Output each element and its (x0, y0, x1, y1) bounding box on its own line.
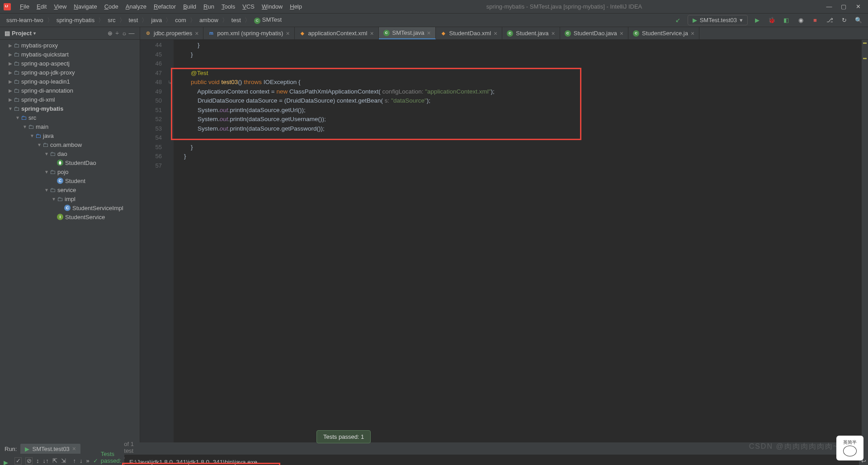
close-tab-icon[interactable]: × (494, 30, 497, 37)
maximize-button[interactable]: ▢ (837, 2, 850, 11)
tree-item[interactable]: ▶🗀spring-di-xml (0, 95, 140, 104)
editor-tab[interactable]: ◆applicationContext.xml× (295, 27, 379, 39)
close-tab-icon[interactable]: × (370, 30, 373, 37)
tree-item[interactable]: ▼🗀impl (0, 194, 140, 203)
avatar-widget: 英简半 (836, 436, 863, 460)
close-tab-icon[interactable]: × (691, 30, 694, 37)
tree-item[interactable]: ▶🗀spring-aop-leadin1 (0, 77, 140, 86)
close-tab-icon[interactable]: × (427, 29, 430, 37)
show-ignored-icon[interactable]: ⊘ (25, 457, 33, 465)
editor-tab[interactable]: CStudent.java× (502, 27, 560, 39)
editor-tab[interactable]: mpom.xml (spring-mybatis)× (203, 27, 294, 39)
tree-item[interactable]: ▼🗀main (0, 122, 140, 131)
tree-item[interactable]: CStudent (0, 176, 140, 185)
test-result-tooltip: Tests passed: 1 (316, 430, 371, 443)
menu-run[interactable]: Run (200, 1, 218, 12)
menu-vcs[interactable]: VCS (239, 1, 258, 12)
editor-scrollbar[interactable] (862, 40, 868, 442)
crumb-spring-mybatis[interactable]: spring-mybatis (55, 16, 97, 24)
tree-item[interactable]: IStudentService (0, 212, 140, 221)
code-editor[interactable]: } } @Test public void test03() throws IO… (174, 40, 862, 442)
expand-all-icon[interactable]: ÷ (113, 30, 121, 37)
editor-tab[interactable]: CStudentService.ja× (628, 27, 699, 39)
build-icon[interactable]: ↙ (673, 15, 683, 25)
tree-item[interactable]: ▼🗀service (0, 185, 140, 194)
coverage-button[interactable]: ◧ (781, 15, 791, 25)
menu-navigate[interactable]: Navigate (70, 1, 100, 12)
stop-button[interactable]: ■ (810, 15, 820, 25)
console-output[interactable]: E:\Java\jdk1.8.0_341\jdk1.8.0_341\bin\ja… (125, 455, 859, 465)
crumb-test[interactable]: test (230, 16, 243, 24)
profile-button[interactable]: ◉ (796, 15, 806, 25)
menu-help[interactable]: Help (286, 1, 306, 12)
editor-tab[interactable]: CSMTest.java× (379, 27, 436, 39)
export-icon[interactable]: » (86, 457, 90, 465)
close-button[interactable]: ✕ (852, 2, 864, 11)
tree-item[interactable]: ▶🗀spring-di-annotation (0, 86, 140, 95)
tree-item[interactable]: ▼🗀spring-mybatis (0, 104, 140, 113)
test-tree: ✓ ⊘ ↕ ↓↑ ⇱ ⇲ ↑ ↓ » ✓ Tests passed: 1 of … (12, 455, 125, 465)
editor-tab[interactable]: ◆StudentDao.xml× (436, 27, 503, 39)
editor-area: ⚙jdbc.properties×mpom.xml (spring-mybati… (140, 27, 868, 442)
tree-item[interactable]: ▼🗀java (0, 131, 140, 140)
menu-code[interactable]: Code (101, 1, 122, 12)
close-tab-icon[interactable]: × (552, 30, 555, 37)
crumb-test[interactable]: test (127, 16, 140, 24)
sort2-icon[interactable]: ↓↑ (43, 457, 49, 465)
run-label: Run: (5, 446, 17, 452)
tree-item[interactable]: ⬮StudentDao (0, 158, 140, 167)
close-tab-icon[interactable]: × (286, 30, 289, 37)
tree-item[interactable]: ▼🗀src (0, 113, 140, 122)
run-tab[interactable]: ▶ SMTest.test03 × (20, 444, 80, 454)
project-tree[interactable]: ▶🗀mybatis-proxy▶🗀mybatis-quickstart▶🗀spr… (0, 40, 140, 442)
tree-item[interactable]: ▶🗀mybatis-quickstart (0, 50, 140, 59)
tree-item[interactable]: ▶🗀mybatis-proxy (0, 41, 140, 50)
crumb-ssm-learn-two[interactable]: ssm-learn-two (5, 16, 45, 24)
crumb-src[interactable]: src (106, 16, 117, 24)
crumb-ambow[interactable]: ambow (198, 16, 220, 24)
debug-button[interactable]: 🐞 (767, 15, 777, 25)
select-opened-file-icon[interactable]: ⊕ (106, 30, 113, 37)
menu-view[interactable]: View (50, 1, 70, 12)
next-icon[interactable]: ↓ (80, 457, 83, 465)
crumb-com[interactable]: com (173, 16, 188, 24)
collapse-icon[interactable]: ⇲ (61, 457, 66, 465)
tree-item[interactable]: ▶🗀spring-aop-aspectj (0, 59, 140, 68)
editor-tab[interactable]: CStudentDao.java× (560, 27, 628, 39)
rerun-button[interactable]: ▶ (1, 457, 11, 465)
app-icon (4, 3, 11, 10)
editor-tab[interactable]: ⚙jdbc.properties× (140, 27, 203, 39)
sort-icon[interactable]: ↕ (36, 457, 39, 465)
prev-icon[interactable]: ↑ (73, 457, 76, 465)
crumb-SMTest[interactable]: CSMTest (252, 15, 283, 25)
editor-tabs: ⚙jdbc.properties×mpom.xml (spring-mybati… (140, 27, 868, 40)
run-configuration-selector[interactable]: ▶ SMTest.test03 ▾ (688, 15, 748, 25)
menu-window[interactable]: Window (258, 1, 286, 12)
icon-gutter[interactable]: ↳ (165, 40, 174, 442)
git-button[interactable]: ⎇ (825, 15, 835, 25)
hide-panel-icon[interactable]: — (128, 30, 135, 37)
tree-item[interactable]: ▶🗀spring-aop-jdk-proxy (0, 68, 140, 77)
collapse-all-icon[interactable]: ☼ (121, 30, 128, 37)
search-everywhere-button[interactable]: 🔍 (854, 15, 863, 25)
minimize-button[interactable]: — (823, 2, 835, 11)
menu-tools[interactable]: Tools (218, 1, 239, 12)
update-button[interactable]: ↻ (839, 15, 849, 25)
menu-refactor[interactable]: Refactor (150, 1, 179, 12)
menu-analyze[interactable]: Analyze (122, 1, 150, 12)
project-panel-title[interactable]: ▤Project▾ (5, 30, 106, 37)
crumb-java[interactable]: java (149, 16, 164, 24)
menu-edit[interactable]: Edit (33, 1, 50, 12)
line-number-gutter[interactable]: 4445464748495051525354555657 (140, 40, 165, 442)
tree-item[interactable]: CStudentServiceImpl (0, 203, 140, 212)
menu-build[interactable]: Build (179, 1, 200, 12)
show-passed-icon[interactable]: ✓ (14, 457, 22, 465)
close-tab-icon[interactable]: × (620, 30, 623, 37)
run-button[interactable]: ▶ (752, 15, 762, 25)
expand-icon[interactable]: ⇱ (52, 457, 57, 465)
tree-item[interactable]: ▼🗀com.ambow (0, 140, 140, 149)
tree-item[interactable]: ▼🗀dao (0, 149, 140, 158)
close-tab-icon[interactable]: × (195, 30, 198, 37)
tree-item[interactable]: ▼🗀pojo (0, 167, 140, 176)
menu-file[interactable]: File (16, 1, 33, 12)
